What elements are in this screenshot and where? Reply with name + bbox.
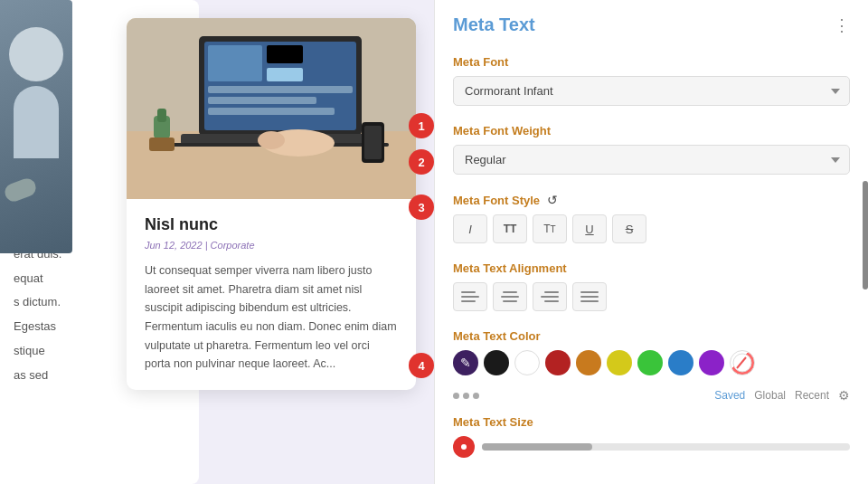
dot-2 — [463, 393, 469, 399]
meta-font-select[interactable]: Cormorant Infant Arial Georgia Times New… — [453, 76, 850, 106]
meta-font-weight-select[interactable]: Regular Bold Light Medium — [453, 145, 850, 175]
badge-2: 2 — [409, 149, 434, 175]
svg-rect-16 — [364, 126, 382, 159]
italic-btn[interactable]: I — [453, 214, 487, 243]
right-panel: Meta Text ⋮ Meta Font Cormorant Infant A… — [434, 0, 868, 484]
svg-rect-9 — [208, 108, 335, 115]
dot-3 — [473, 393, 479, 399]
align-center-btn[interactable] — [493, 282, 527, 311]
card-text: Ut consequat semper viverra nam libero j… — [145, 261, 398, 374]
meta-font-weight-section: Meta Font Weight Regular Bold Light Medi… — [435, 115, 868, 184]
global-label[interactable]: Global — [754, 389, 786, 402]
color-mode-row: Saved Global Recent ⚙ — [714, 388, 850, 403]
more-colors-dots[interactable] — [453, 393, 479, 399]
color-swatches: ✎ — [453, 350, 850, 375]
size-slider-track[interactable] — [482, 443, 850, 451]
color-swatch-pencil[interactable]: ✎ — [453, 350, 478, 375]
panel-title: Meta Text — [453, 14, 535, 35]
align-right-btn[interactable] — [533, 282, 567, 311]
recent-label[interactable]: Recent — [795, 389, 829, 402]
meta-text-size-label: Meta Text Size — [453, 415, 850, 429]
alignment-buttons — [453, 282, 850, 311]
uppercase-btn[interactable]: TT — [493, 214, 527, 243]
meta-text-alignment-label: Meta Text Alignment — [453, 261, 850, 275]
person-head — [9, 27, 63, 81]
reset-icon[interactable]: ↺ — [547, 193, 558, 207]
card-body: Nisl nunc Jun 12, 2022 | Corporate Ut co… — [127, 199, 416, 390]
card-title: Nisl nunc — [145, 215, 398, 234]
meta-font-weight-label: Meta Font Weight — [453, 124, 850, 138]
svg-rect-5 — [267, 45, 303, 63]
svg-rect-8 — [208, 97, 316, 104]
color-swatch-black[interactable] — [484, 350, 509, 375]
left-panel: t, sed do e rdum cons erat duis. equat s… — [0, 0, 434, 484]
color-swatch-yellow[interactable] — [607, 350, 632, 375]
card-meta: Jun 12, 2022 | Corporate — [145, 240, 398, 251]
badge-1: 1 — [409, 113, 434, 138]
badge-3: 3 — [409, 195, 434, 220]
color-swatch-purple[interactable] — [699, 350, 724, 375]
meta-font-label: Meta Font — [453, 55, 850, 69]
color-swatch-orange[interactable] — [576, 350, 601, 375]
more-options-icon[interactable]: ⋮ — [834, 15, 850, 35]
person-image — [0, 0, 72, 253]
meta-font-section: Meta Font Cormorant Infant Arial Georgia… — [435, 46, 868, 115]
settings-icon[interactable]: ⚙ — [838, 388, 850, 403]
dot-1 — [453, 393, 459, 399]
underline-btn[interactable]: U — [572, 214, 607, 243]
scrollbar-thumb[interactable] — [863, 181, 868, 289]
color-swatch-blue[interactable] — [668, 350, 693, 375]
panel-header: Meta Text ⋮ — [435, 0, 868, 46]
color-swatch-dark-red[interactable] — [545, 350, 571, 375]
svg-rect-14 — [149, 138, 175, 151]
color-swatch-green[interactable] — [637, 350, 663, 375]
svg-rect-7 — [208, 86, 353, 93]
svg-rect-4 — [208, 45, 262, 81]
capitalize-btn[interactable]: TT — [533, 214, 567, 243]
align-left-btn[interactable] — [453, 282, 487, 311]
size-indicator — [453, 436, 475, 458]
meta-text-alignment-section: Meta Text Alignment — [435, 252, 868, 320]
align-justify-btn[interactable] — [572, 282, 607, 311]
meta-text-color-section: Meta Text Color ✎ — [435, 320, 868, 384]
font-style-buttons: I TT TT U S — [453, 214, 850, 243]
color-swatch-custom[interactable] — [730, 350, 755, 375]
color-swatch-white[interactable] — [514, 350, 540, 375]
meta-text-color-label: Meta Text Color — [453, 329, 850, 343]
card-image — [127, 18, 416, 199]
saved-label[interactable]: Saved — [714, 389, 745, 402]
meta-font-style-section: Meta Font Style ↺ I TT TT U S — [435, 184, 868, 252]
badge-4: 4 — [409, 353, 434, 378]
strikethrough-btn[interactable]: S — [612, 214, 646, 243]
blog-card: Nisl nunc Jun 12, 2022 | Corporate Ut co… — [127, 18, 416, 390]
svg-rect-13 — [157, 109, 166, 122]
meta-font-style-label: Meta Font Style — [453, 194, 540, 207]
svg-point-18 — [258, 131, 285, 149]
meta-text-size-section: Meta Text Size — [435, 408, 868, 467]
svg-rect-6 — [267, 68, 303, 81]
